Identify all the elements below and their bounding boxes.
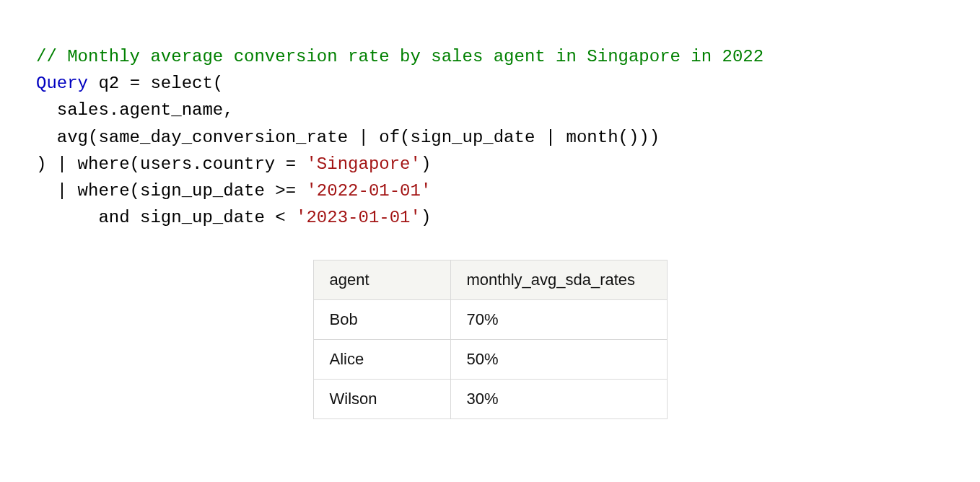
code-text: and sign_up_date <: [36, 208, 296, 227]
code-text: avg(same_day_conversion_rate | of(sign_u…: [36, 128, 660, 147]
code-block: // Monthly average conversion rate by sa…: [0, 0, 980, 231]
table-cell-agent: Bob: [313, 300, 450, 340]
code-string: 'Singapore': [306, 154, 420, 174]
code-keyword: Query: [36, 74, 88, 93]
table-cell-agent: Wilson: [313, 380, 450, 419]
result-table-container: agent monthly_avg_sda_rates Bob 70% Alic…: [0, 231, 980, 419]
code-string: '2023-01-01': [296, 208, 421, 227]
result-table: agent monthly_avg_sda_rates Bob 70% Alic…: [313, 260, 668, 419]
table-cell-rate: 50%: [450, 340, 667, 380]
table-header-rate: monthly_avg_sda_rates: [450, 260, 667, 300]
table-cell-rate: 70%: [450, 300, 667, 340]
table-cell-agent: Alice: [313, 340, 450, 380]
table-header-row: agent monthly_avg_sda_rates: [313, 260, 667, 300]
code-string: '2022-01-01': [306, 181, 431, 201]
table-header-agent: agent: [313, 260, 450, 300]
code-text: ): [421, 154, 431, 174]
table-cell-rate: 30%: [450, 380, 667, 419]
code-comment: // Monthly average conversion rate by sa…: [36, 47, 764, 66]
table-row: Alice 50%: [313, 340, 667, 380]
code-text: ): [421, 208, 431, 227]
code-text: sales.agent_name,: [36, 100, 234, 120]
code-text: | where(sign_up_date >=: [36, 181, 306, 201]
code-text: q2 = select(: [88, 74, 223, 93]
table-row: Bob 70%: [313, 300, 667, 340]
table-row: Wilson 30%: [313, 380, 667, 419]
code-text: ) | where(users.country =: [36, 154, 306, 174]
